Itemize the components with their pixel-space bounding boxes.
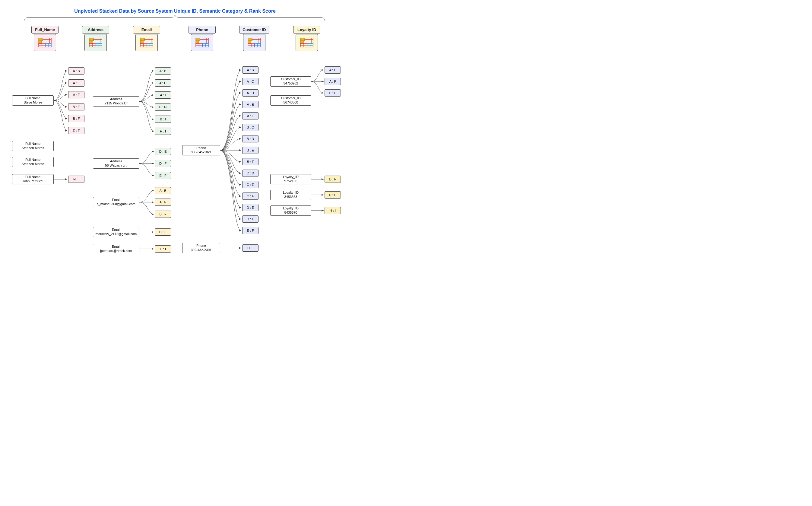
node-email-1: Emails_morse0368@gmail.com	[93, 197, 140, 207]
node-customer-1: Customer_ID34750982	[270, 76, 311, 87]
node-email-2: Emailmorsestv_2112@gmail.com	[93, 227, 140, 237]
pair-ph-be: B : E	[242, 147, 259, 154]
pair-ad2-df: D : F	[155, 160, 171, 167]
pair-ph-ac: A : C	[242, 78, 259, 85]
pair-em3-hi: H : I	[155, 245, 171, 253]
pair-fn-ab: A : B	[68, 67, 84, 75]
header-phone: Phone	[188, 26, 216, 33]
pair-ph-bf: B : F	[242, 158, 259, 165]
pair-cu-ae: A : E	[325, 66, 341, 74]
diagram-title: Unpivoted Stacked Data by Source System …	[69, 8, 280, 14]
node-email-3: Emailjpetriucci@hrock.com	[93, 244, 140, 253]
pair-em-bf: B : F	[155, 210, 171, 218]
pair-cu-af: A : F	[325, 78, 341, 85]
pair-ad2-ef: E : F	[155, 172, 171, 179]
node-full-name-john-petriucci: Full NameJohn Petriucci	[12, 174, 54, 184]
node-phone-1: Phone908-345-1021	[182, 145, 220, 155]
header-loyalty-id: Loyalty ID	[293, 26, 320, 33]
grid-icon	[136, 34, 158, 51]
node-customer-2: Customer_ID56743500	[270, 95, 311, 106]
diagram-stage: Unpivoted Stacked Data by Source System …	[0, 0, 406, 253]
header-full-name: Full_Name	[31, 26, 59, 33]
node-address-1: Address2115 Woods Dr	[93, 96, 140, 106]
node-full-name-stephen-morse: Full NameStephen Morse	[12, 157, 54, 167]
pair-ad2-de: D : E	[155, 148, 171, 155]
pair-ad-bi: B : I	[155, 115, 171, 123]
header-email: Email	[133, 26, 160, 33]
node-loyalty-1: Loyalty_ID9752136	[270, 174, 311, 184]
pair-fn-af: A : F	[68, 91, 84, 98]
grid-icon	[34, 34, 56, 51]
grid-icon	[84, 34, 107, 51]
pair-ph-bc: B : C	[242, 124, 259, 131]
pair-fn-hi: H : I	[68, 176, 84, 183]
node-address-2: Address56 Wabash Ln.	[93, 158, 140, 169]
pair-fn-ef: E : F	[68, 127, 84, 134]
pair-ad-ab: A : B	[155, 67, 171, 75]
header-customer-id: Customer ID	[239, 26, 269, 33]
pair-lo1-bf: B : F	[325, 176, 341, 183]
pair-cu-ef: E : F	[325, 89, 341, 97]
pair-ph-ad: A : D	[242, 89, 259, 97]
pair-ph-cf: C : F	[242, 192, 259, 200]
pair-ph-df: D : F	[242, 216, 259, 223]
node-loyalty-2: Loyalty_ID3453663	[270, 190, 311, 200]
pair-ph-de: D : E	[242, 204, 259, 211]
pair-ad-bh: B : H	[155, 103, 171, 111]
pair-lo2-de: D : E	[325, 191, 341, 198]
grid-icon	[243, 34, 265, 51]
pair-ph2-hi: H : I	[242, 244, 259, 252]
pair-ph-ae: A : E	[242, 101, 259, 108]
pair-ph-bd: B : D	[242, 135, 259, 143]
pair-ad-ah: A : H	[155, 79, 171, 87]
node-loyalty-3: Loyalty_ID8435670	[270, 205, 311, 216]
grid-icon	[191, 34, 213, 51]
pair-ph-ab: A : B	[242, 66, 259, 74]
pair-ph-ef: E : F	[242, 227, 259, 234]
header-address: Address	[82, 26, 109, 33]
pair-ad-ai: A : I	[155, 91, 171, 99]
node-full-name-stephen-morris: Full NameStephen Morris	[12, 141, 54, 151]
pair-em-af: A : F	[155, 198, 171, 206]
pair-ph-cd: C : D	[242, 170, 259, 177]
node-phone-2: Phone392-432-2301	[182, 243, 220, 253]
pair-em2-de: D : E	[155, 229, 171, 236]
pair-ad-hi: H : I	[155, 128, 171, 135]
pair-ph-ce: C : E	[242, 181, 259, 188]
pair-lo3-hi: H : I	[325, 207, 341, 214]
pair-fn-bf: B : F	[68, 115, 84, 122]
node-full-name-steve-morse: Full NameSteve Morse	[12, 95, 54, 106]
pair-fn-ae: A : E	[68, 79, 84, 87]
pair-ph-af: A : F	[242, 112, 259, 119]
grid-icon	[296, 34, 318, 51]
pair-em-ab: A : B	[155, 187, 171, 194]
pair-fn-be: B : E	[68, 103, 84, 110]
